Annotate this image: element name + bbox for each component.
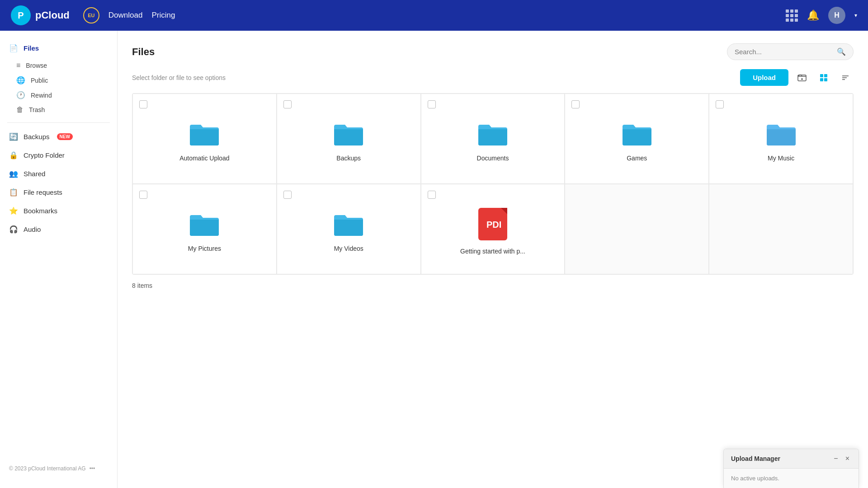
upload-button[interactable]: Upload <box>740 69 788 86</box>
folder-my-videos[interactable]: My Videos <box>277 184 421 274</box>
page-title: Files <box>132 46 155 58</box>
file-checkbox[interactable] <box>716 100 724 108</box>
search-bar: 🔍 <box>727 43 854 60</box>
nav-pricing[interactable]: Pricing <box>151 11 175 20</box>
folder-my-music[interactable]: My Music <box>709 94 853 184</box>
pdf-symbol: PDF <box>485 216 501 232</box>
upload-manager-title: Upload Manager <box>731 455 832 462</box>
file-checkbox[interactable] <box>139 100 147 108</box>
sidebar-item-audio[interactable]: 🎧 Audio <box>0 221 117 238</box>
sidebar-item-browse[interactable]: ≡ Browse <box>9 58 117 73</box>
logo-text: pCloud <box>35 9 70 21</box>
folder-icon <box>188 211 221 238</box>
sidebar-label-backups: Backups <box>24 133 50 141</box>
sidebar-item-files[interactable]: 📄 Files <box>0 40 117 56</box>
folder-icon <box>621 120 653 147</box>
new-badge: NEW <box>57 133 73 140</box>
file-checkbox[interactable] <box>283 191 292 199</box>
rewind-icon: 🕐 <box>16 91 25 99</box>
browse-icon: ≡ <box>16 61 20 70</box>
svg-rect-3 <box>820 74 823 77</box>
header: P pCloud EU Download Pricing 🔔 H ▾ <box>0 0 868 31</box>
sidebar-item-backups[interactable]: 🔄 Backups NEW <box>0 128 117 145</box>
sidebar-item-trash[interactable]: 🗑 Trash <box>9 103 117 117</box>
sidebar-label-trash: Trash <box>29 106 45 113</box>
sidebar-label-browse: Browse <box>26 62 47 69</box>
sidebar: 📄 Files ≡ Browse 🌐 Public 🕐 Rewind 🗑 Tra… <box>0 31 118 488</box>
file-checkbox[interactable] <box>428 191 436 199</box>
sidebar-item-rewind[interactable]: 🕐 Rewind <box>9 88 117 103</box>
sidebar-item-shared[interactable]: 👥 Shared <box>0 165 117 182</box>
folder-name: My Pictures <box>188 245 221 252</box>
logo[interactable]: P pCloud <box>11 5 70 25</box>
grid-view-icon <box>819 73 828 82</box>
app-body: 📄 Files ≡ Browse 🌐 Public 🕐 Rewind 🗑 Tra… <box>0 31 868 488</box>
svg-text:PDF: PDF <box>486 220 501 230</box>
bookmarks-icon: ⭐ <box>9 206 18 215</box>
sidebar-label-audio: Audio <box>24 225 41 233</box>
new-folder-button[interactable] <box>794 70 810 86</box>
folder-icon <box>476 120 509 147</box>
folder-name: Games <box>627 155 647 162</box>
sidebar-label-rewind: Rewind <box>31 92 52 99</box>
upload-manager-header: Upload Manager − × <box>724 449 859 469</box>
sort-button[interactable] <box>837 70 854 86</box>
toolbar: Select folder or file to see options Upl… <box>132 69 854 86</box>
folder-name: My Videos <box>334 245 363 252</box>
user-dropdown-icon[interactable]: ▾ <box>854 12 857 19</box>
audio-icon: 🎧 <box>9 225 18 234</box>
more-options-icon[interactable]: ••• <box>90 465 95 472</box>
header-right: 🔔 H ▾ <box>786 7 857 24</box>
folder-name: Documents <box>477 155 509 162</box>
folder-name: Automatic Upload <box>179 155 230 162</box>
copyright-text: © 2023 pCloud International AG <box>9 465 86 472</box>
upload-status: No active uploads. <box>731 475 779 482</box>
files-icon: 📄 <box>9 44 18 52</box>
search-icon: 🔍 <box>837 47 846 56</box>
sidebar-divider <box>7 122 110 123</box>
file-checkbox[interactable] <box>571 100 580 108</box>
search-input[interactable] <box>735 48 833 56</box>
empty-cell <box>565 184 709 274</box>
folder-documents[interactable]: Documents <box>421 94 565 184</box>
apps-grid-icon[interactable] <box>786 9 798 22</box>
main-header: Files 🔍 <box>132 43 854 60</box>
empty-cell <box>709 184 853 274</box>
header-nav: Download Pricing <box>108 11 175 20</box>
folder-name: Backups <box>336 155 361 162</box>
sidebar-item-file-requests[interactable]: 📋 File requests <box>0 184 117 201</box>
file-name: Getting started with p... <box>460 248 525 255</box>
upload-manager-close-button[interactable]: × <box>844 455 851 463</box>
sidebar-label-files: Files <box>24 44 39 52</box>
notification-bell-icon[interactable]: 🔔 <box>807 9 819 21</box>
folder-my-pictures[interactable]: My Pictures <box>132 184 277 274</box>
items-count: 8 items <box>132 282 854 289</box>
svg-rect-6 <box>824 78 827 81</box>
folder-games[interactable]: Games <box>565 94 709 184</box>
sidebar-item-bookmarks[interactable]: ⭐ Bookmarks <box>0 202 117 219</box>
folder-icon <box>188 120 221 147</box>
upload-manager-minimize-button[interactable]: − <box>832 455 840 463</box>
toolbar-hint: Select folder or file to see options <box>132 74 735 81</box>
backups-icon: 🔄 <box>9 132 18 141</box>
avatar[interactable]: H <box>828 7 845 24</box>
sidebar-label-shared: Shared <box>24 170 45 178</box>
crypto-icon: 🔒 <box>9 151 18 160</box>
file-checkbox[interactable] <box>428 100 436 108</box>
upload-manager: Upload Manager − × No active uploads. <box>723 449 859 488</box>
file-checkbox[interactable] <box>283 100 292 108</box>
folder-automatic-upload[interactable]: Automatic Upload <box>132 94 277 184</box>
folder-backups[interactable]: Backups <box>277 94 421 184</box>
sidebar-label-file-requests: File requests <box>24 188 62 196</box>
pdf-icon: PDF <box>478 208 507 240</box>
sidebar-footer: © 2023 pCloud International AG ••• <box>0 458 117 479</box>
nav-download[interactable]: Download <box>108 11 143 20</box>
file-getting-started[interactable]: PDF Getting started with p... <box>421 184 565 274</box>
svg-rect-5 <box>820 78 823 81</box>
sidebar-item-public[interactable]: 🌐 Public <box>9 73 117 88</box>
upload-manager-actions: − × <box>832 455 851 463</box>
view-grid-button[interactable] <box>816 70 832 86</box>
sidebar-item-crypto[interactable]: 🔒 Crypto Folder <box>0 147 117 164</box>
shared-icon: 👥 <box>9 169 18 178</box>
file-checkbox[interactable] <box>139 191 147 199</box>
